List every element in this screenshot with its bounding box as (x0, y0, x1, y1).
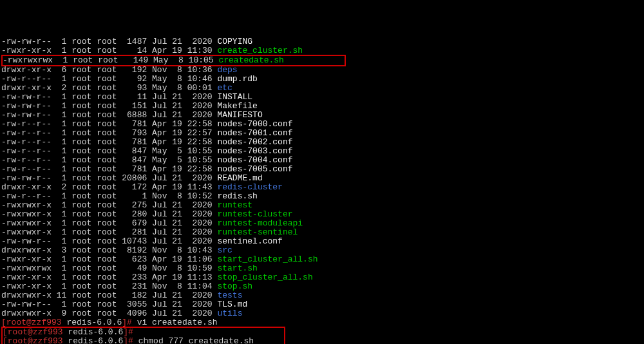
terminal-output[interactable]: -rw-rw-r-- 1 root root 1487 Jul 21 2020 … (1, 37, 643, 344)
ls-line: -rw-r--r-- 1 root root 847 May 5 10:55 n… (1, 147, 643, 156)
ls-line: -rw-rw-r-- 1 root root 20806 Jul 21 2020… (1, 174, 643, 183)
ls-line: -rw-r--r-- 1 root root 781 Apr 19 22:58 … (1, 120, 643, 129)
ls-line: drwxrwxr-x 3 root root 8192 Nov 8 10:43 … (1, 246, 643, 255)
ls-line: -rw-r--r-- 1 root root 781 Apr 19 22:58 … (1, 138, 643, 147)
ls-line: -rw-r--r-- 1 root root 92 May 8 10:46 du… (1, 75, 643, 84)
ls-line: -rw-rw-r-- 1 root root 10743 Jul 21 2020… (1, 237, 643, 246)
ls-line: -rwxrwxr-x 1 root root 679 Jul 21 2020 r… (1, 219, 643, 228)
ls-line: -rw-rw-r-- 1 root root 3055 Jul 21 2020 … (1, 300, 643, 309)
ls-line: -rwxrwxrwx 1 root root 149 May 8 10:05 c… (1, 55, 643, 66)
ls-line: -rw-rw-r-- 1 root root 6888 Jul 21 2020 … (1, 111, 643, 120)
ls-line: drwxrwxr-x 9 root root 4096 Jul 21 2020 … (1, 309, 643, 318)
ls-line: -rwxr-xr-x 1 root root 14 Apr 19 11:30 c… (1, 46, 643, 55)
ls-line: -rwxr-xr-x 1 root root 623 Apr 19 11:06 … (1, 255, 643, 264)
ls-line: -rwxrwxrwx 1 root root 49 Nov 8 10:59 st… (1, 264, 643, 273)
prompt-line: [root@zzf993 redis-6.0.6]# (3, 328, 284, 337)
ls-line: -rw-r--r-- 1 root root 781 Apr 19 22:58 … (1, 165, 643, 174)
ls-line: drwxrwxr-x 11 root root 182 Jul 21 2020 … (1, 291, 643, 300)
ls-line: drwxr-xr-x 2 root root 172 Apr 19 11:43 … (1, 183, 643, 192)
ls-line: -rwxrwxr-x 1 root root 280 Jul 21 2020 r… (1, 210, 643, 219)
ls-line: -rw-r--r-- 1 root root 793 Apr 19 22:57 … (1, 129, 643, 138)
ls-line: -rwxrwxr-x 1 root root 275 Jul 21 2020 r… (1, 201, 643, 210)
ls-line: -rwxrwxr-x 1 root root 281 Jul 21 2020 r… (1, 228, 643, 237)
prompt-line: [root@zzf993 redis-6.0.6]# vi createdate… (1, 318, 643, 327)
ls-line: -rw-rw-r-- 1 root root 1487 Jul 21 2020 … (1, 37, 643, 46)
ls-line: drwxr-xr-x 6 root root 192 Nov 8 10:36 d… (1, 66, 643, 75)
ls-line: -rwxr-xr-x 1 root root 231 Nov 8 11:04 s… (1, 282, 643, 291)
ls-line: drwxr-xr-x 2 root root 93 May 8 00:01 et… (1, 84, 643, 93)
ls-line: -rw-r--r-- 1 root root 847 May 5 10:55 n… (1, 156, 643, 165)
ls-line: -rw-rw-r-- 1 root root 11 Jul 21 2020 IN… (1, 93, 643, 102)
highlight-box-2: [root@zzf993 redis-6.0.6]# [root@zzf993 … (1, 327, 285, 344)
ls-line: -rw-r--r-- 1 root root 1 Nov 8 10:52 red… (1, 192, 643, 201)
ls-line: -rwxr-xr-x 1 root root 233 Apr 19 11:13 … (1, 273, 643, 282)
ls-line: -rw-rw-r-- 1 root root 151 Jul 21 2020 M… (1, 102, 643, 111)
prompt-line: [root@zzf993 redis-6.0.6]# chmod 777 cre… (3, 337, 284, 344)
